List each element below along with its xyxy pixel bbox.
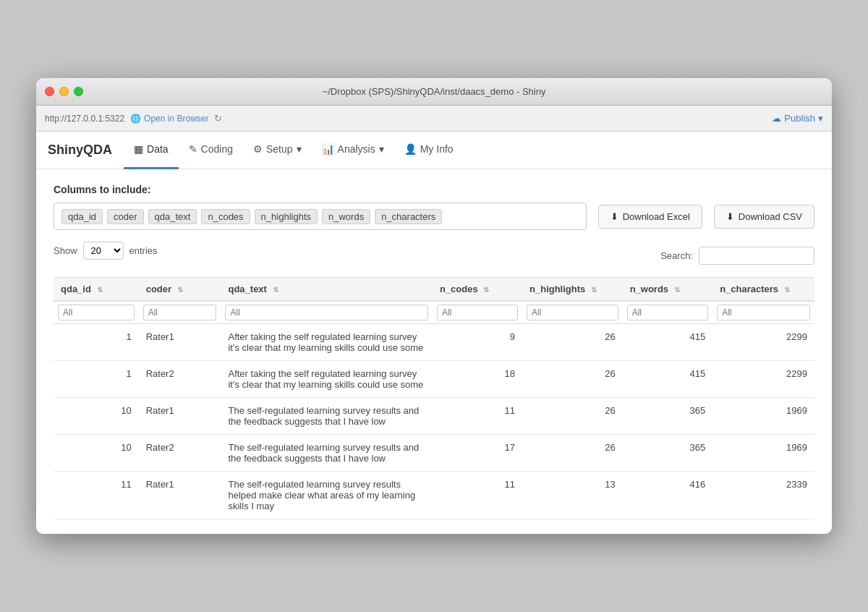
cell-qda_id: 10 bbox=[54, 435, 139, 472]
sort-icon: ⇅ bbox=[483, 286, 489, 294]
download-excel-button[interactable]: ⬇ Download Excel bbox=[598, 205, 702, 229]
column-tag[interactable]: n_codes bbox=[201, 209, 250, 224]
show-label: Show bbox=[54, 245, 77, 256]
cell-n_characters: 2299 bbox=[712, 324, 814, 361]
cell-n_highlights: 26 bbox=[522, 398, 623, 435]
nav-item-setup[interactable]: ⚙ Setup ▾ bbox=[243, 132, 312, 169]
data-table: qda_id ⇅coder ⇅qda_text ⇅n_codes ⇅n_high… bbox=[54, 277, 814, 519]
cell-coder: Rater1 bbox=[139, 324, 221, 361]
cell-n_words: 365 bbox=[623, 435, 713, 472]
filter-coder[interactable] bbox=[143, 305, 217, 320]
analysis-chevron-icon: ▾ bbox=[379, 143, 384, 155]
nav-bar: ShinyQDA ▦ Data ✎ Coding ⚙ Setup ▾ 📊 Ana… bbox=[36, 132, 832, 169]
filter-n_codes[interactable] bbox=[437, 305, 518, 320]
download-excel-label: Download Excel bbox=[623, 211, 690, 222]
col-header-n_highlights[interactable]: n_highlights ⇅ bbox=[522, 278, 623, 302]
sort-icon: ⇅ bbox=[674, 286, 680, 294]
nav-item-myinfo[interactable]: 👤 My Info bbox=[394, 132, 464, 169]
cell-coder: Rater2 bbox=[139, 361, 221, 398]
cell-qda_text: The self-regulated learning survey resul… bbox=[221, 435, 432, 472]
col-header-qda_text[interactable]: qda_text ⇅ bbox=[221, 278, 432, 302]
cell-coder: Rater2 bbox=[139, 435, 221, 472]
column-tag[interactable]: n_words bbox=[322, 209, 370, 224]
cell-qda_id: 11 bbox=[54, 472, 139, 519]
cell-coder: Rater1 bbox=[139, 472, 221, 519]
column-tag[interactable]: coder bbox=[107, 209, 144, 224]
publish-button[interactable]: ☁ Publish ▾ bbox=[772, 113, 823, 124]
sort-icon: ⇅ bbox=[97, 286, 103, 294]
refresh-button[interactable]: ↻ bbox=[214, 113, 222, 124]
download-csv-label: Download CSV bbox=[739, 211, 802, 222]
nav-item-data[interactable]: ▦ Data bbox=[124, 132, 179, 169]
cell-qda_text: After taking the self regulated learning… bbox=[221, 324, 432, 361]
open-in-browser-label: Open in Browser bbox=[144, 114, 208, 124]
cell-n_highlights: 26 bbox=[522, 435, 623, 472]
table-row: 1Rater2After taking the self regulated l… bbox=[54, 361, 814, 398]
minimize-button[interactable] bbox=[59, 87, 69, 96]
table-row: 11Rater1The self-regulated learning surv… bbox=[54, 472, 814, 519]
cell-n_characters: 2339 bbox=[712, 472, 814, 519]
download-csv-button[interactable]: ⬇ Download CSV bbox=[714, 205, 814, 229]
nav-setup-label: Setup bbox=[266, 143, 293, 155]
app-title: ShinyQDA bbox=[48, 143, 112, 158]
search-row: Search: bbox=[660, 247, 814, 265]
table-controls: Show 10202550100 entries Search: bbox=[54, 242, 814, 270]
gear-icon: ⚙ bbox=[253, 143, 263, 155]
sort-icon: ⇅ bbox=[784, 286, 790, 294]
show-entries-row: Show 10202550100 entries bbox=[54, 242, 158, 260]
maximize-button[interactable] bbox=[74, 87, 83, 96]
table-row: 1Rater1After taking the self regulated l… bbox=[54, 324, 814, 361]
cell-n_characters: 1969 bbox=[712, 398, 814, 435]
search-label: Search: bbox=[660, 250, 693, 261]
cell-n_highlights: 13 bbox=[522, 472, 623, 519]
filter-qda_text[interactable] bbox=[225, 305, 427, 320]
open-in-browser-button[interactable]: 🌐 Open in Browser bbox=[130, 114, 208, 124]
columns-tags-container[interactable]: qda_idcoderqda_textn_codesn_highlightsn_… bbox=[54, 203, 587, 230]
nav-item-analysis[interactable]: 📊 Analysis ▾ bbox=[312, 132, 394, 169]
app-window: ~/Dropbox (SPS)/ShinyQDA/inst/daacs_demo… bbox=[36, 78, 832, 534]
cell-qda_id: 1 bbox=[54, 361, 139, 398]
col-header-qda_id[interactable]: qda_id ⇅ bbox=[54, 278, 139, 302]
col-header-n_characters[interactable]: n_characters ⇅ bbox=[712, 278, 814, 302]
main-content: Columns to include: qda_idcoderqda_textn… bbox=[36, 169, 832, 534]
url-display: http://127.0.0.1:5322 bbox=[45, 114, 124, 124]
nav-coding-label: Coding bbox=[201, 143, 233, 155]
filter-n_words[interactable] bbox=[627, 305, 709, 320]
col-header-n_codes[interactable]: n_codes ⇅ bbox=[433, 278, 522, 302]
col-header-coder[interactable]: coder ⇅ bbox=[139, 278, 221, 302]
entries-label: entries bbox=[129, 245, 158, 256]
column-tag[interactable]: n_highlights bbox=[255, 209, 318, 224]
cell-n_characters: 1969 bbox=[712, 435, 814, 472]
person-icon: 👤 bbox=[404, 143, 417, 155]
cell-qda_text: After taking the self regulated learning… bbox=[221, 361, 432, 398]
column-tag[interactable]: qda_text bbox=[148, 209, 197, 224]
columns-label: Columns to include: bbox=[54, 184, 814, 195]
nav-data-label: Data bbox=[147, 143, 169, 155]
filter-n_characters[interactable] bbox=[717, 305, 810, 320]
chart-icon: 📊 bbox=[322, 143, 334, 155]
title-bar: ~/Dropbox (SPS)/ShinyQDA/inst/daacs_demo… bbox=[36, 78, 832, 106]
filter-n_highlights[interactable] bbox=[527, 305, 618, 320]
publish-chevron-icon: ▾ bbox=[818, 113, 823, 124]
cell-n_characters: 2299 bbox=[712, 361, 814, 398]
cell-n_words: 415 bbox=[623, 324, 713, 361]
column-tag[interactable]: qda_id bbox=[61, 209, 103, 224]
close-button[interactable] bbox=[45, 87, 54, 96]
column-tag[interactable]: n_characters bbox=[375, 209, 442, 224]
col-header-n_words[interactable]: n_words ⇅ bbox=[623, 278, 713, 302]
cell-n_codes: 18 bbox=[433, 361, 522, 398]
cell-n_codes: 11 bbox=[433, 398, 522, 435]
traffic-lights bbox=[45, 87, 83, 96]
nav-item-coding[interactable]: ✎ Coding bbox=[179, 132, 243, 169]
table-row: 10Rater1The self-regulated learning surv… bbox=[54, 398, 814, 435]
sort-icon: ⇅ bbox=[273, 286, 278, 294]
cell-qda_text: The self-regulated learning survey resul… bbox=[221, 472, 432, 519]
filter-qda_id[interactable] bbox=[58, 305, 135, 320]
cell-n_words: 415 bbox=[623, 361, 713, 398]
cell-qda_id: 10 bbox=[54, 398, 139, 435]
search-input[interactable] bbox=[699, 247, 814, 265]
entries-select[interactable]: 10202550100 bbox=[83, 242, 124, 260]
setup-chevron-icon: ▾ bbox=[297, 143, 302, 155]
edit-icon: ✎ bbox=[189, 143, 197, 155]
cell-qda_id: 1 bbox=[54, 324, 139, 361]
